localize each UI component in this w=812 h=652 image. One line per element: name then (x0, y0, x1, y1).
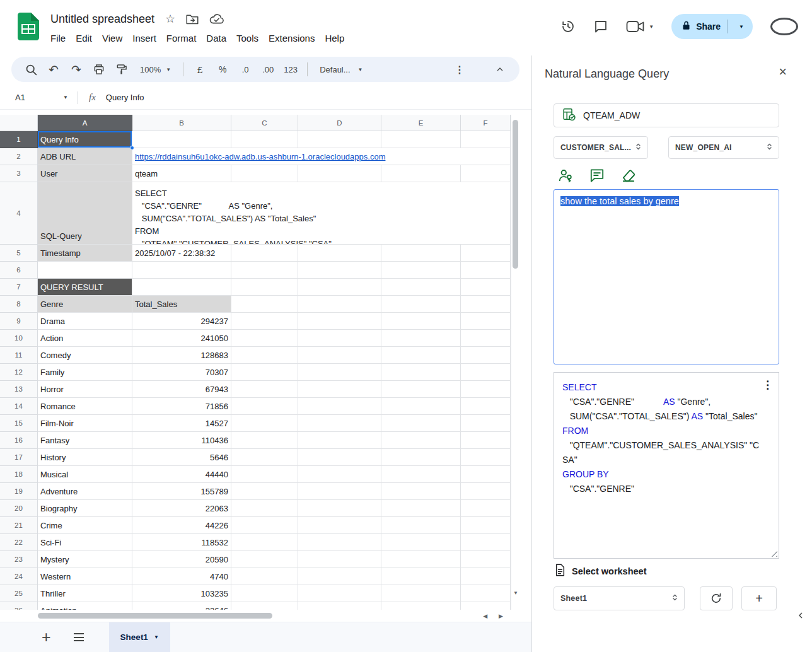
row-header-6[interactable]: 6 (0, 262, 38, 279)
eraser-icon[interactable] (620, 167, 637, 186)
cell-total-sales[interactable]: 44226 (132, 517, 231, 534)
empty-cell[interactable] (231, 602, 298, 610)
cell-A1-selected[interactable]: Query Info (38, 131, 132, 148)
empty-cell[interactable] (381, 551, 461, 568)
empty-cell[interactable] (38, 262, 132, 279)
cell-genre[interactable]: Sci-Fi (38, 534, 132, 551)
table-dropdown[interactable]: CUSTOMER_SAL... (554, 136, 648, 159)
empty-cell[interactable] (461, 432, 511, 449)
empty-cell[interactable] (231, 500, 298, 517)
cell-total-sales[interactable]: 71856 (132, 398, 231, 415)
scroll-down-icon[interactable]: ▼ (511, 590, 520, 596)
row-header[interactable]: 9 (0, 313, 38, 330)
empty-cell[interactable] (461, 466, 511, 483)
empty-cell[interactable] (461, 585, 511, 602)
close-sidebar-button[interactable]: × (779, 65, 787, 79)
empty-cell[interactable] (231, 585, 298, 602)
empty-cell[interactable] (298, 262, 381, 279)
empty-cell[interactable] (461, 296, 511, 313)
empty-cell[interactable] (381, 432, 461, 449)
row-header[interactable]: 19 (0, 483, 38, 500)
empty-cell[interactable] (231, 364, 298, 381)
row-header[interactable]: 14 (0, 398, 38, 415)
search-icon[interactable] (21, 60, 40, 79)
sql-output-box[interactable]: ⋮ SELECT "CSA"."GENRE" AS "Genre", SUM("… (554, 372, 779, 559)
scroll-left-icon[interactable]: ◀ (483, 613, 487, 619)
empty-cell[interactable] (298, 517, 381, 534)
cell-genre[interactable]: Drama (38, 313, 132, 330)
empty-cell[interactable] (381, 262, 461, 279)
empty-cell[interactable] (461, 245, 511, 262)
empty-cell[interactable] (231, 245, 298, 262)
empty-cell[interactable] (132, 262, 231, 279)
empty-cell[interactable] (381, 364, 461, 381)
all-sheets-icon[interactable] (74, 633, 84, 641)
cell-genre[interactable]: Fantasy (38, 432, 132, 449)
cell-genre[interactable]: Horror (38, 381, 132, 398)
star-icon[interactable]: ☆ (165, 13, 175, 25)
chat-icon[interactable] (589, 167, 605, 186)
cell-total-sales[interactable]: 70307 (132, 364, 231, 381)
format-currency-button[interactable]: £ (190, 60, 209, 79)
cell-genre[interactable]: Adventure (38, 483, 132, 500)
empty-cell[interactable] (298, 398, 381, 415)
empty-cell[interactable] (461, 534, 511, 551)
empty-cell[interactable] (231, 432, 298, 449)
kebab-menu-icon[interactable]: ⋮ (762, 378, 773, 392)
cell-genre[interactable]: Mystery (38, 551, 132, 568)
move-folder-icon[interactable] (186, 14, 199, 25)
empty-cell[interactable] (381, 165, 461, 182)
empty-cell[interactable] (231, 534, 298, 551)
empty-cell[interactable] (231, 262, 298, 279)
column-header-E[interactable]: E (381, 115, 461, 131)
empty-cell[interactable] (461, 131, 511, 148)
empty-cell[interactable] (231, 296, 298, 313)
empty-cell[interactable] (461, 279, 511, 296)
empty-cell[interactable] (231, 347, 298, 364)
empty-cell[interactable] (381, 602, 461, 610)
horizontal-scrollbar[interactable]: ◀ ▶ (0, 610, 511, 622)
cell-sql-query-value[interactable]: SELECT "CSA"."GENRE" AS "Genre", SUM("CS… (132, 182, 511, 245)
cell-adb-url-value[interactable]: https://rddainsuh6u1okc-adw.adb.us-ashbu… (132, 148, 511, 165)
empty-cell[interactable] (231, 568, 298, 585)
empty-cell[interactable] (298, 483, 381, 500)
row-header-1[interactable]: 1 (0, 131, 38, 148)
empty-cell[interactable] (461, 415, 511, 432)
formula-bar-value[interactable]: Query Info (106, 93, 144, 102)
empty-cell[interactable] (231, 381, 298, 398)
share-caret-icon[interactable]: ▼ (734, 24, 749, 30)
menu-insert[interactable]: Insert (127, 31, 161, 45)
row-header[interactable]: 21 (0, 517, 38, 534)
empty-cell[interactable] (298, 551, 381, 568)
worksheet-dropdown[interactable]: Sheet1 (554, 586, 685, 610)
empty-cell[interactable] (132, 279, 231, 296)
empty-cell[interactable] (461, 364, 511, 381)
empty-cell[interactable] (298, 432, 381, 449)
collapse-toolbar-icon[interactable] (490, 60, 509, 79)
menu-tools[interactable]: Tools (231, 31, 264, 45)
cell-total-sales[interactable]: 103235 (132, 585, 231, 602)
cell-adb-url-label[interactable]: ADB URL (38, 148, 132, 165)
column-header-D[interactable]: D (298, 115, 381, 131)
cell-genre[interactable]: Thriller (38, 585, 132, 602)
menu-help[interactable]: Help (320, 31, 349, 45)
cell-genre[interactable]: Comedy (38, 347, 132, 364)
empty-cell[interactable] (461, 347, 511, 364)
format-percent-button[interactable]: % (213, 60, 232, 79)
empty-cell[interactable] (461, 313, 511, 330)
cell-user-value[interactable]: qteam (132, 165, 231, 182)
video-call-button[interactable]: ▼ (626, 20, 654, 33)
column-header-A[interactable]: A (38, 115, 132, 131)
empty-cell[interactable] (461, 602, 511, 610)
empty-cell[interactable] (381, 398, 461, 415)
empty-cell[interactable] (298, 279, 381, 296)
font-dropdown[interactable]: Defaul... ▼ (315, 65, 375, 74)
row-header-3[interactable]: 3 (0, 165, 38, 182)
row-header[interactable]: 12 (0, 364, 38, 381)
document-title[interactable]: Untitled spreadsheet (50, 13, 154, 26)
cell-genre[interactable]: Biography (38, 500, 132, 517)
name-box[interactable]: A1 ▼ (0, 93, 77, 102)
cell-sql-query-label[interactable]: SQL-Query (38, 182, 132, 245)
share-button[interactable]: Share ▼ (671, 14, 753, 39)
empty-cell[interactable] (381, 131, 461, 148)
